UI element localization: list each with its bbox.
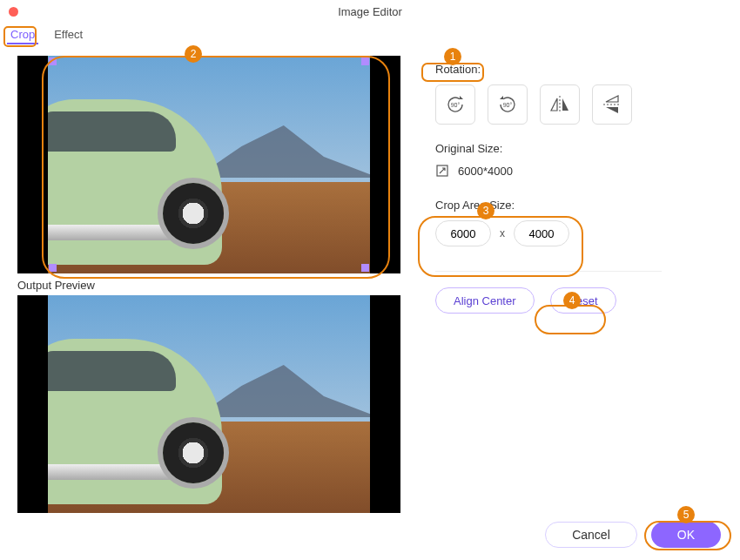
rotate-ccw-button[interactable]: 90° bbox=[435, 84, 475, 125]
rotate-cw-button[interactable]: 90° bbox=[488, 84, 528, 125]
crop-size-separator: x bbox=[500, 227, 505, 240]
window-title: Image Editor bbox=[0, 5, 740, 18]
crop-height-input[interactable] bbox=[514, 220, 569, 246]
crop-handle-bl[interactable] bbox=[49, 264, 57, 272]
flip-horizontal-button[interactable] bbox=[540, 84, 580, 125]
flip-vertical-icon bbox=[600, 92, 624, 117]
align-center-button[interactable]: Align Center bbox=[435, 287, 535, 314]
crop-width-input[interactable] bbox=[435, 220, 491, 246]
output-preview bbox=[17, 295, 400, 513]
cancel-button[interactable]: Cancel bbox=[545, 522, 637, 548]
original-size-label: Original Size: bbox=[435, 142, 723, 155]
rotate-cw-icon: 90° bbox=[495, 92, 520, 117]
rotate-ccw-icon: 90° bbox=[443, 92, 468, 117]
divider bbox=[435, 271, 662, 272]
reset-button[interactable]: Reset bbox=[550, 287, 616, 314]
svg-text:90°: 90° bbox=[503, 102, 513, 108]
tab-crop[interactable]: Crop bbox=[7, 26, 38, 44]
crop-handle-tl[interactable] bbox=[49, 57, 57, 65]
svg-text:90°: 90° bbox=[451, 102, 461, 108]
ok-button[interactable]: OK bbox=[651, 522, 721, 548]
crop-handle-br[interactable] bbox=[361, 264, 369, 272]
titlebar: Image Editor bbox=[0, 0, 740, 23]
photo bbox=[48, 56, 370, 273]
flip-vertical-button[interactable] bbox=[592, 84, 632, 125]
rotation-label: Rotation: bbox=[435, 63, 723, 76]
original-size-value: 6000*4000 bbox=[458, 165, 513, 178]
crop-preview[interactable] bbox=[17, 56, 400, 273]
flip-horizontal-icon bbox=[548, 92, 572, 117]
output-preview-label: Output Preview bbox=[17, 279, 400, 292]
tabs: Crop Effect bbox=[0, 23, 740, 49]
tab-effect[interactable]: Effect bbox=[50, 26, 86, 44]
crop-area-size-label: Crop Area Size: bbox=[435, 199, 723, 212]
crop-handle-tr[interactable] bbox=[361, 57, 369, 65]
photo bbox=[48, 295, 370, 513]
expand-icon bbox=[435, 164, 449, 178]
